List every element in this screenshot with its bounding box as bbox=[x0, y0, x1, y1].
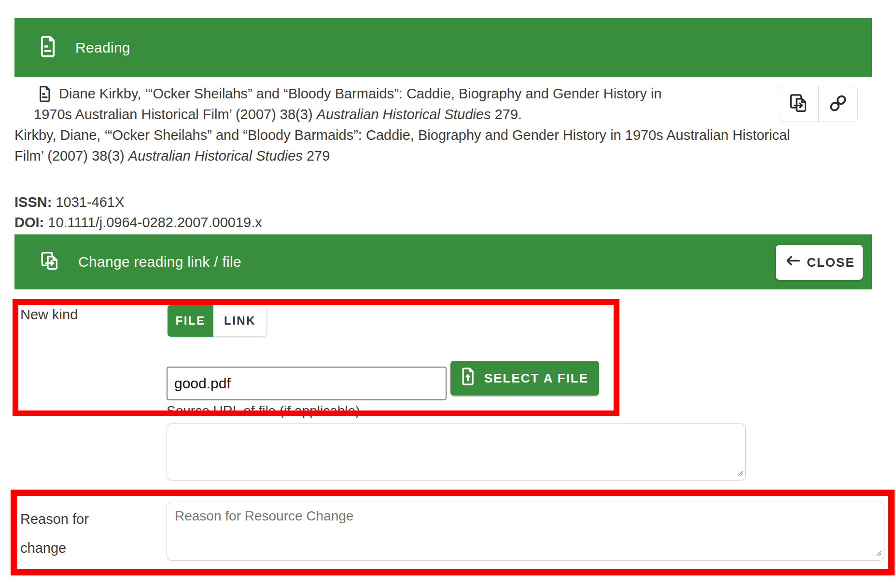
reason-textarea[interactable] bbox=[167, 502, 884, 561]
document-icon bbox=[40, 36, 57, 59]
new-kind-label: New kind bbox=[20, 307, 78, 323]
close-button-label: CLOSE bbox=[807, 255, 855, 270]
change-reading-header-title: Change reading link / file bbox=[78, 254, 241, 270]
close-button[interactable]: CLOSE bbox=[776, 245, 863, 280]
kind-option-link[interactable]: LINK bbox=[213, 305, 267, 337]
file-name-input[interactable] bbox=[167, 367, 447, 400]
page: Reading Diane Kirkby, ‘“Ocker Sheilahs” … bbox=[0, 0, 896, 588]
reading-header-bar: Reading bbox=[14, 18, 872, 77]
plain-citation-line-2: Film’ (2007) 38(3) Australian Historical… bbox=[14, 147, 330, 164]
doi-row: DOI: 10.1111/j.0964-0282.2007.00019.x bbox=[14, 215, 262, 231]
issn-value: 1031-461X bbox=[56, 194, 124, 210]
formatted-citation-line-1: Diane Kirkby, ‘“Ocker Sheilahs” and “Blo… bbox=[59, 85, 662, 102]
document-icon bbox=[39, 86, 52, 104]
source-url-field-wrap bbox=[167, 424, 746, 480]
arrow-left-icon bbox=[784, 255, 801, 270]
select-file-button[interactable]: SELECT A FILE bbox=[450, 361, 599, 396]
plain-citation-line-1: Kirkby, Diane, ‘“Ocker Sheilahs” and “Bl… bbox=[14, 126, 790, 144]
source-url-textarea[interactable] bbox=[167, 424, 746, 480]
change-file-button[interactable] bbox=[779, 86, 818, 122]
file-upload-icon bbox=[461, 368, 476, 389]
reason-field-wrap bbox=[167, 502, 884, 561]
issn-row: ISSN: 1031-461X bbox=[14, 194, 124, 210]
file-replace-icon bbox=[788, 93, 809, 115]
file-replace-icon bbox=[40, 251, 60, 273]
copy-link-button[interactable] bbox=[818, 86, 858, 122]
issn-label: ISSN: bbox=[14, 194, 52, 210]
doi-value: 10.1111/j.0964-0282.2007.00019.x bbox=[48, 215, 262, 230]
resource-action-buttons bbox=[779, 86, 858, 122]
reason-label: Reason for change bbox=[20, 505, 122, 562]
change-reading-header-bar: Change reading link / file bbox=[14, 234, 872, 289]
link-icon bbox=[828, 93, 848, 115]
reading-header-title: Reading bbox=[75, 40, 130, 56]
source-url-label: Source URL of file (if applicable) bbox=[167, 403, 360, 419]
select-file-button-label: SELECT A FILE bbox=[484, 371, 588, 386]
formatted-citation-line-2: 1970s Australian Historical Film’ (2007)… bbox=[34, 106, 522, 123]
kind-toggle-group: FILE LINK bbox=[168, 305, 267, 337]
kind-option-file[interactable]: FILE bbox=[168, 305, 213, 337]
doi-label: DOI: bbox=[14, 215, 44, 230]
